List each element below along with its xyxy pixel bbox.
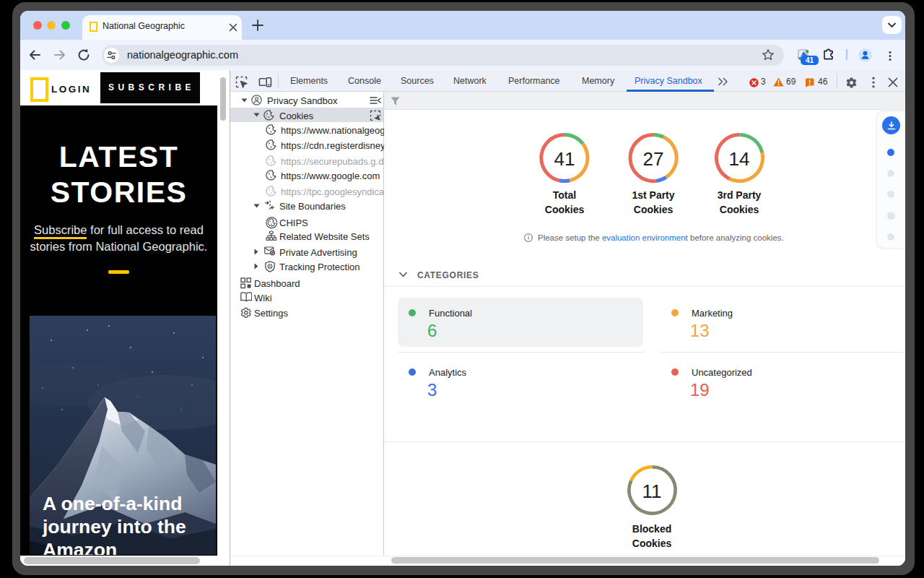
svg-text:Amazon: Amazon: [43, 539, 117, 555]
svg-text:journey into the: journey into the: [42, 516, 186, 538]
svg-text:A one-of-a-kind: A one-of-a-kind: [43, 493, 182, 514]
